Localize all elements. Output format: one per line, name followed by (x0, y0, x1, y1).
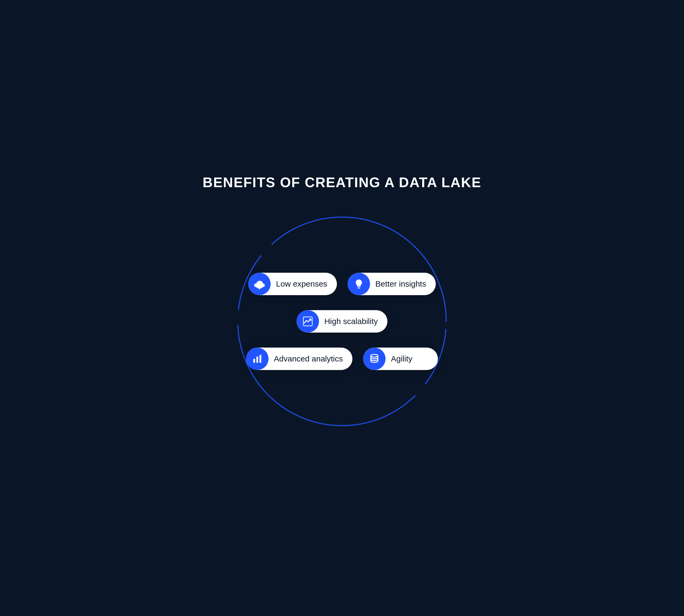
benefit-pill-high-scalability: High scalability (297, 310, 387, 333)
better-insights-label: Better insights (375, 279, 426, 288)
page-wrapper: BENEFITS OF CREATING A DATA LAKE (184, 158, 500, 458)
database-stack-icon-wrap (363, 348, 386, 370)
chart-trending-icon-wrap (297, 310, 319, 333)
lightbulb-bolt-icon (354, 279, 364, 289)
piggy-bank-icon-wrap (248, 273, 271, 295)
svg-rect-4 (256, 357, 258, 363)
benefit-pill-better-insights: Better insights (348, 273, 436, 295)
benefit-pill-low-expenses: Low expenses (248, 273, 337, 295)
circle-container: Low expenses Better insights (227, 206, 457, 436)
benefits-row-2: High scalability (297, 310, 387, 333)
svg-rect-5 (259, 355, 261, 363)
benefits-row-1: Low expenses Better insights (248, 273, 436, 295)
svg-point-6 (371, 354, 378, 357)
bar-chart-icon-wrap (246, 348, 269, 370)
benefits-layout: Low expenses Better insights (227, 206, 457, 436)
benefit-pill-advanced-analytics: Advanced analytics (246, 348, 353, 370)
svg-point-1 (260, 283, 261, 283)
low-expenses-label: Low expenses (276, 279, 327, 288)
lightbulb-bolt-icon-wrap (348, 273, 370, 295)
benefits-row-3: Advanced analytics Agility (246, 348, 438, 370)
bar-chart-icon (252, 353, 263, 364)
page-title: BENEFITS OF CREATING A DATA LAKE (203, 174, 481, 190)
database-stack-icon (369, 353, 380, 364)
benefit-pill-agility: Agility (363, 348, 438, 370)
advanced-analytics-label: Advanced analytics (274, 354, 343, 364)
high-scalability-label: High scalability (324, 317, 378, 326)
svg-rect-3 (253, 359, 255, 363)
piggy-bank-icon (254, 279, 265, 289)
chart-trending-icon (302, 316, 313, 327)
agility-label: Agility (391, 354, 412, 364)
